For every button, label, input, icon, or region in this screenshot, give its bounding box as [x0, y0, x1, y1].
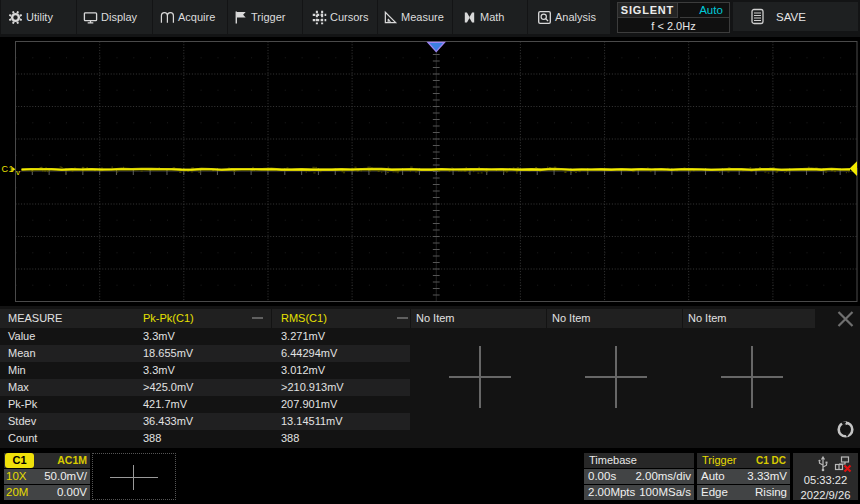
svg-text:C1: C1 [2, 164, 14, 174]
svg-text:v: v [16, 168, 20, 177]
